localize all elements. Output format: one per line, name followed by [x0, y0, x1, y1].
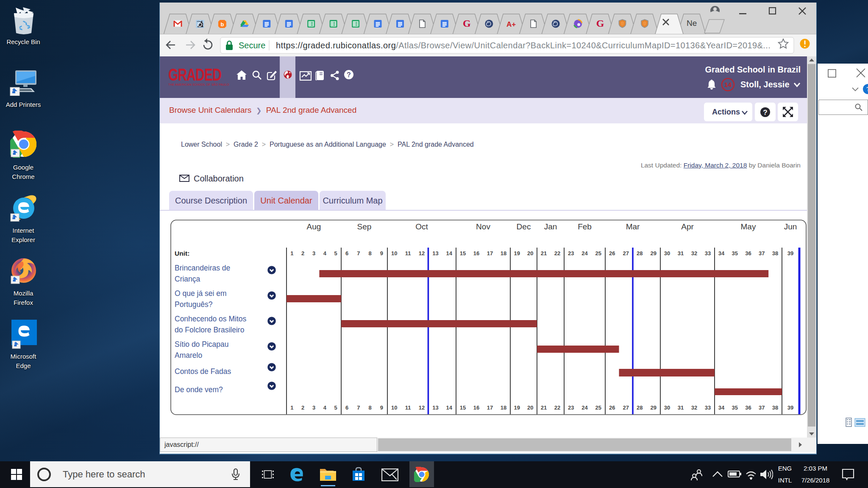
svg-text:2: 2: [301, 404, 304, 411]
svg-text:4: 4: [323, 404, 327, 411]
svg-text:8: 8: [368, 404, 371, 411]
svg-text:32: 32: [691, 250, 697, 257]
svg-text:25: 25: [595, 404, 601, 411]
svg-text:35: 35: [732, 250, 737, 257]
svg-text:24: 24: [581, 404, 588, 411]
svg-text:7: 7: [357, 404, 360, 411]
svg-text:5: 5: [334, 404, 337, 411]
svg-text:28: 28: [637, 404, 643, 411]
svg-text:15: 15: [460, 250, 466, 257]
svg-text:10: 10: [391, 250, 397, 257]
svg-text:23: 23: [568, 250, 574, 257]
svg-text:26: 26: [609, 250, 615, 257]
svg-text:35: 35: [732, 404, 737, 411]
svg-text:do Folclore Brasileiro: do Folclore Brasileiro: [175, 326, 244, 334]
svg-text:16: 16: [473, 404, 479, 411]
svg-text:b: b: [220, 21, 224, 28]
svg-text:11: 11: [405, 250, 411, 257]
svg-text:28: 28: [637, 250, 643, 257]
svg-text:6: 6: [345, 404, 348, 411]
svg-text:14: 14: [446, 250, 453, 257]
svg-text:3: 3: [312, 404, 315, 411]
svg-text:21: 21: [541, 250, 547, 257]
svg-text:31: 31: [678, 404, 684, 411]
svg-text:May: May: [741, 222, 756, 231]
svg-text:Contos de Fadas: Contos de Fadas: [175, 367, 231, 376]
svg-text:10: 10: [391, 404, 397, 411]
svg-text:24: 24: [581, 250, 588, 257]
svg-text:Sítio do Picapau: Sítio do Picapau: [175, 340, 228, 349]
svg-text:14: 14: [446, 404, 453, 411]
svg-text:13: 13: [432, 404, 438, 411]
svg-text:12: 12: [419, 250, 425, 257]
svg-text:34: 34: [718, 250, 725, 257]
svg-text:Sep: Sep: [357, 222, 372, 231]
svg-text:33: 33: [705, 404, 711, 411]
svg-text:De onde vem?: De onde vem?: [175, 385, 223, 394]
svg-text:37: 37: [759, 250, 765, 257]
svg-text:https://graded.rubiconatlas.or: https://graded.rubiconatlas.org/Atlas/Br…: [276, 41, 771, 50]
svg-text:9: 9: [380, 404, 383, 411]
svg-text:20: 20: [527, 404, 533, 411]
svg-text:19: 19: [514, 250, 520, 257]
svg-text:27: 27: [623, 404, 629, 411]
svg-text:36: 36: [745, 404, 751, 411]
svg-text:15: 15: [460, 404, 466, 411]
svg-text:?: ?: [763, 109, 767, 117]
svg-text:18: 18: [501, 250, 506, 257]
svg-text:Apr: Apr: [681, 222, 694, 231]
svg-text:37: 37: [759, 404, 765, 411]
svg-text:A+: A+: [506, 20, 516, 28]
svg-text:29: 29: [651, 250, 657, 257]
svg-text:25: 25: [595, 250, 601, 257]
svg-text:?: ?: [347, 71, 351, 78]
svg-text:29: 29: [651, 404, 657, 411]
svg-text:30: 30: [664, 250, 670, 257]
svg-text:2: 2: [301, 250, 304, 257]
svg-text:Aug: Aug: [307, 222, 321, 231]
svg-text:39: 39: [787, 404, 793, 411]
svg-text:39: 39: [787, 250, 793, 257]
svg-text:1: 1: [290, 250, 293, 257]
svg-text:Conhecendo os Mitos: Conhecendo os Mitos: [175, 315, 247, 323]
svg-text:Português?: Português?: [175, 300, 213, 309]
svg-text:30: 30: [664, 404, 670, 411]
svg-text:13: 13: [432, 250, 438, 257]
svg-text:6: 6: [345, 250, 348, 257]
svg-text:38: 38: [772, 250, 778, 257]
svg-text:Unit:: Unit:: [175, 250, 189, 257]
svg-text:16: 16: [473, 250, 479, 257]
svg-text:1: 1: [290, 404, 293, 411]
svg-text:8: 8: [368, 250, 371, 257]
svg-text:17: 17: [487, 404, 493, 411]
svg-text:18: 18: [501, 404, 506, 411]
svg-text:O que já sei em: O que já sei em: [175, 289, 227, 298]
svg-text:G: G: [596, 18, 604, 29]
svg-text:20: 20: [527, 250, 533, 257]
svg-text:7: 7: [357, 250, 360, 257]
svg-text:36: 36: [745, 250, 751, 257]
svg-text:Secure: Secure: [239, 41, 265, 50]
svg-text:32: 32: [691, 404, 697, 411]
svg-text:Dec: Dec: [517, 222, 531, 231]
svg-text:31: 31: [678, 250, 684, 257]
svg-text:Oct: Oct: [415, 222, 428, 231]
svg-text:27: 27: [623, 250, 629, 257]
svg-text:9: 9: [380, 250, 383, 257]
svg-text:22: 22: [554, 250, 560, 257]
svg-text:12: 12: [419, 404, 425, 411]
svg-text:Jun: Jun: [784, 222, 797, 231]
svg-text:Mar: Mar: [626, 222, 640, 231]
svg-text:21: 21: [541, 404, 547, 411]
svg-text:Criança: Criança: [175, 275, 200, 283]
svg-text:Jan: Jan: [544, 222, 557, 231]
svg-text:22: 22: [554, 404, 560, 411]
svg-text:4: 4: [323, 250, 327, 257]
svg-text:23: 23: [568, 404, 574, 411]
svg-text:19: 19: [514, 404, 520, 411]
svg-text:14: 14: [725, 81, 732, 88]
svg-text:17: 17: [487, 250, 493, 257]
svg-text:G: G: [463, 18, 471, 29]
svg-text:26: 26: [609, 404, 615, 411]
svg-text:34: 34: [718, 404, 725, 411]
